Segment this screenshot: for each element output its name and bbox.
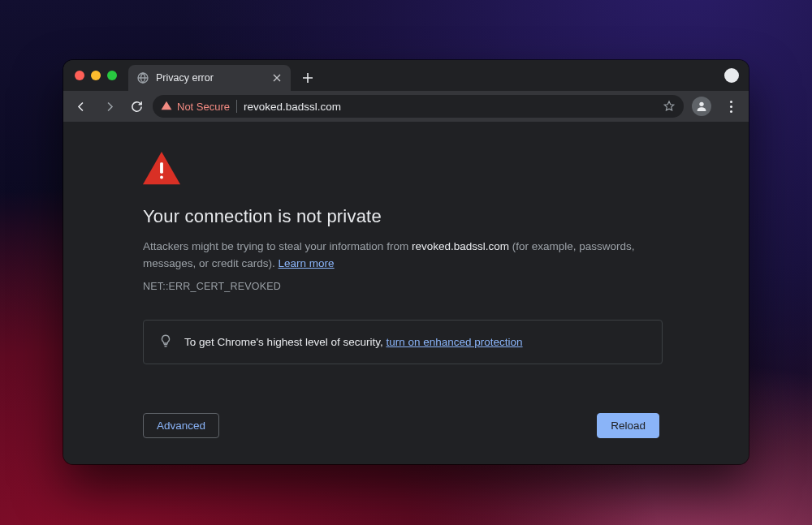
toolbar: Not Secure revoked.badssl.com — [63, 91, 749, 122]
reload-page-button[interactable]: Reload — [597, 413, 659, 438]
warning-hostname: revoked.badssl.com — [412, 240, 509, 252]
window-controls — [75, 71, 117, 80]
advanced-button[interactable]: Advanced — [143, 413, 219, 438]
warning-text-prefix: Attackers might be trying to steal your … — [143, 240, 412, 252]
divider — [236, 100, 237, 113]
svg-point-1 — [699, 102, 703, 106]
error-code: NET::ERR_CERT_REVOKED — [143, 281, 663, 292]
tip-text-prefix: To get Chrome's highest level of securit… — [184, 336, 386, 348]
window-fullscreen-button[interactable] — [107, 71, 117, 80]
url-text: revoked.badssl.com — [244, 101, 656, 113]
ssl-error-interstitial: Your connection is not private Attackers… — [143, 151, 663, 438]
new-tab-button[interactable] — [297, 67, 318, 88]
security-indicator[interactable]: Not Secure — [161, 101, 230, 113]
page-viewport: Your connection is not private Attackers… — [63, 122, 749, 464]
tab-title: Privacy error — [156, 72, 265, 84]
tab-active[interactable]: Privacy error — [128, 65, 291, 91]
enhanced-protection-link[interactable]: turn on enhanced protection — [386, 336, 522, 348]
tabs: Privacy error — [128, 60, 318, 91]
bookmark-star-icon[interactable] — [663, 100, 676, 113]
warning-triangle-icon — [143, 151, 180, 185]
browser-menu-button[interactable] — [719, 95, 742, 118]
globe-icon — [136, 71, 149, 84]
tab-strip: Privacy error — [63, 60, 749, 91]
security-label: Not Secure — [177, 101, 230, 113]
profile-avatar-button[interactable] — [692, 97, 711, 116]
reload-button[interactable] — [125, 95, 148, 118]
enhanced-protection-tip: To get Chrome's highest level of securit… — [143, 320, 663, 364]
learn-more-link[interactable]: Learn more — [279, 257, 335, 269]
back-button[interactable] — [70, 95, 93, 118]
window-minimize-button[interactable] — [91, 71, 101, 80]
tab-close-button[interactable] — [271, 72, 283, 84]
browser-window: Privacy error — [63, 60, 749, 464]
lightbulb-icon — [158, 334, 173, 351]
svg-rect-3 — [160, 176, 163, 179]
action-row: Advanced Reload — [143, 413, 659, 438]
address-bar[interactable]: Not Secure revoked.badssl.com — [153, 95, 684, 118]
page-heading: Your connection is not private — [143, 206, 663, 227]
window-close-button[interactable] — [75, 71, 84, 80]
warning-paragraph: Attackers might be trying to steal your … — [143, 239, 663, 273]
extension-icon[interactable] — [724, 68, 739, 83]
warning-triangle-icon — [161, 101, 172, 113]
tip-text: To get Chrome's highest level of securit… — [184, 336, 523, 348]
svg-rect-2 — [160, 162, 163, 173]
forward-button[interactable] — [97, 95, 120, 118]
